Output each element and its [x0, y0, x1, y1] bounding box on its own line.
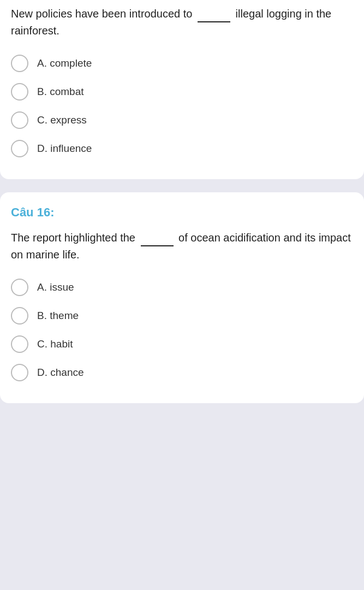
question-15-text: New policies have been introduced to ill…	[11, 4, 353, 39]
q15-blank	[198, 4, 230, 22]
q15-label-c: C. express	[37, 114, 87, 126]
question-16-card: Câu 16: The report highlighted the of oc…	[0, 192, 364, 403]
q15-radio-d[interactable]	[11, 140, 28, 157]
question-16-text: The report highlighted the of ocean acid…	[11, 228, 353, 263]
q15-option-a[interactable]: A. complete	[11, 55, 353, 72]
q15-label-a: A. complete	[37, 57, 92, 69]
q15-radio-c[interactable]	[11, 111, 28, 129]
q15-option-d[interactable]: D. influence	[11, 140, 353, 157]
question-15-card: New policies have been introduced to ill…	[0, 0, 364, 179]
q15-radio-a[interactable]	[11, 55, 28, 72]
q16-option-b[interactable]: B. theme	[11, 307, 353, 324]
q16-option-c[interactable]: C. habit	[11, 335, 353, 353]
q16-radio-b[interactable]	[11, 307, 28, 324]
q16-options-list: A. issue B. theme C. habit D. chance	[11, 279, 353, 381]
q16-label-b: B. theme	[37, 310, 79, 322]
q15-options-list: A. complete B. combat C. express D. infl…	[11, 55, 353, 157]
q15-option-c[interactable]: C. express	[11, 111, 353, 129]
section-divider	[0, 186, 364, 192]
q15-radio-b[interactable]	[11, 83, 28, 101]
q16-label-a: A. issue	[37, 281, 74, 293]
q16-option-d[interactable]: D. chance	[11, 364, 353, 381]
q15-text-part1: New policies have been introduced to	[11, 8, 192, 20]
q16-option-a[interactable]: A. issue	[11, 279, 353, 296]
q16-radio-a[interactable]	[11, 279, 28, 296]
q15-label-b: B. combat	[37, 86, 84, 98]
q16-text-part1: The report highlighted the	[11, 232, 135, 244]
q16-radio-d[interactable]	[11, 364, 28, 381]
q16-label-c: C. habit	[37, 338, 73, 350]
q15-label-d: D. influence	[37, 143, 92, 155]
q16-blank	[141, 228, 174, 246]
question-16-number: Câu 16:	[11, 205, 353, 220]
q16-label-d: D. chance	[37, 367, 84, 379]
q16-radio-c[interactable]	[11, 335, 28, 353]
q15-option-b[interactable]: B. combat	[11, 83, 353, 101]
